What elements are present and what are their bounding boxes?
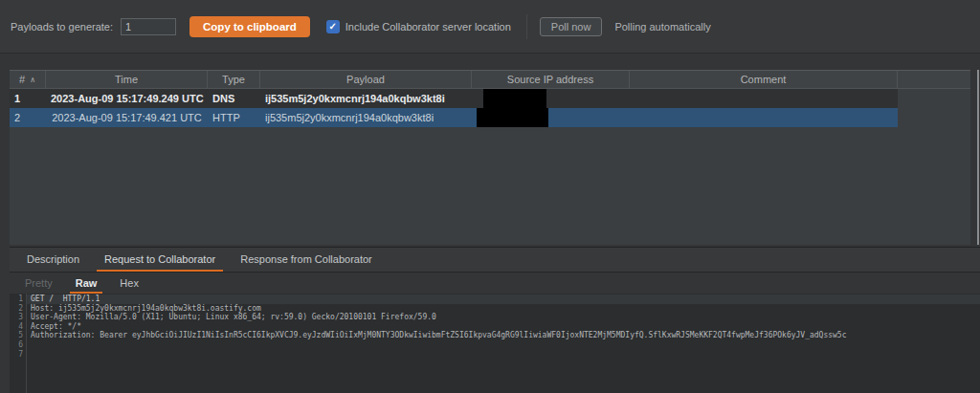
- request-line: User-Agent: Mozilla/5.0 (X11; Ubuntu; Li…: [27, 313, 980, 322]
- row-payload: ij535m5j2y0kxmcnrj194a0kqbw3kt8i: [260, 89, 472, 108]
- tab-raw[interactable]: Raw: [70, 273, 103, 294]
- row-type: HTTP: [208, 108, 260, 127]
- row-comment: [630, 89, 898, 108]
- row-number: 1: [10, 89, 46, 108]
- table-row[interactable]: 1 2023-Aug-09 15:17:49.249 UTC DNS ij535…: [10, 89, 898, 108]
- checkmark-icon: ✓: [329, 21, 337, 32]
- column-header-number[interactable]: # ∧: [10, 71, 46, 88]
- detail-tab-bar: Description Request to Collaborator Resp…: [10, 247, 980, 273]
- column-header-time[interactable]: Time: [46, 71, 208, 88]
- request-line: Host: ij535m5j2y0kxmcnrj194a0kqbw3kt8i.o…: [27, 304, 980, 314]
- row-number: 2: [10, 108, 46, 127]
- table-scrollbar[interactable]: [977, 70, 979, 245]
- tab-description[interactable]: Description: [19, 248, 87, 272]
- column-header-type[interactable]: Type: [208, 71, 260, 88]
- line-number: 6: [10, 340, 23, 350]
- request-line: [27, 350, 980, 360]
- copy-to-clipboard-button[interactable]: Copy to clipboard: [189, 16, 310, 37]
- redacted-source-ip: [477, 108, 548, 127]
- column-header-spacer: [898, 71, 970, 88]
- row-comment: [630, 108, 898, 127]
- tab-response-from-collaborator[interactable]: Response from Collaborator: [233, 248, 380, 272]
- request-editor[interactable]: 1 2 3 4 5 6 7 GET / HTTP/1.1 Host: ij535…: [10, 294, 980, 393]
- line-number: 3: [10, 313, 23, 322]
- include-location-label[interactable]: Include Collaborator server location: [345, 21, 511, 33]
- include-location-checkbox[interactable]: ✓: [326, 20, 340, 33]
- row-type: DNS: [208, 89, 260, 108]
- table-row[interactable]: 2 2023-Aug-09 15:17:49.421 UTC HTTP ij53…: [10, 108, 898, 127]
- polling-status-text: Polling automatically: [614, 21, 710, 33]
- tab-hex[interactable]: Hex: [114, 273, 145, 294]
- editor-mode-tab-bar: Pretty Raw Hex: [10, 273, 980, 294]
- toolbar-divider: [526, 14, 527, 39]
- tab-pretty[interactable]: Pretty: [19, 273, 58, 294]
- line-number: 1: [10, 295, 23, 304]
- column-header-comment[interactable]: Comment: [630, 71, 898, 88]
- line-number: 7: [10, 350, 23, 360]
- column-header-source-ip[interactable]: Source IP address: [472, 71, 630, 88]
- interactions-table: # ∧ Time Type Payload Source IP address …: [10, 70, 970, 245]
- poll-now-button[interactable]: Poll now: [540, 17, 603, 36]
- request-editor-content: GET / HTTP/1.1 Host: ij535m5j2y0kxmcnrj1…: [27, 294, 980, 393]
- row-source-ip: [472, 108, 630, 127]
- redacted-source-ip: [483, 89, 546, 108]
- request-line: GET / HTTP/1.1: [27, 295, 980, 304]
- request-line: Accept: */*: [27, 322, 980, 332]
- line-number: 2: [10, 304, 23, 314]
- sort-ascending-icon: ∧: [30, 76, 35, 84]
- request-line: Authorization: Bearer eyJhbGciOiJIUzI1Ni…: [27, 331, 980, 340]
- collaborator-toolbar: Payloads to generate: Copy to clipboard …: [0, 0, 980, 54]
- payloads-count-input[interactable]: [121, 18, 176, 35]
- table-header-row: # ∧ Time Type Payload Source IP address …: [10, 70, 970, 89]
- row-time: 2023-Aug-09 15:17:49.249 UTC: [46, 89, 208, 108]
- row-time: 2023-Aug-09 15:17:49.421 UTC: [46, 108, 208, 127]
- request-line: [27, 340, 980, 350]
- line-number: 5: [10, 331, 23, 340]
- row-payload: ij535m5j2y0kxmcnrj194a0kqbw3kt8i: [260, 108, 472, 127]
- row-source-ip: [472, 89, 630, 108]
- column-header-payload[interactable]: Payload: [260, 71, 472, 88]
- line-number: 4: [10, 322, 23, 332]
- tab-request-to-collaborator[interactable]: Request to Collaborator: [97, 248, 223, 272]
- payloads-to-generate-label: Payloads to generate:: [11, 21, 113, 33]
- line-number-gutter: 1 2 3 4 5 6 7: [10, 294, 27, 393]
